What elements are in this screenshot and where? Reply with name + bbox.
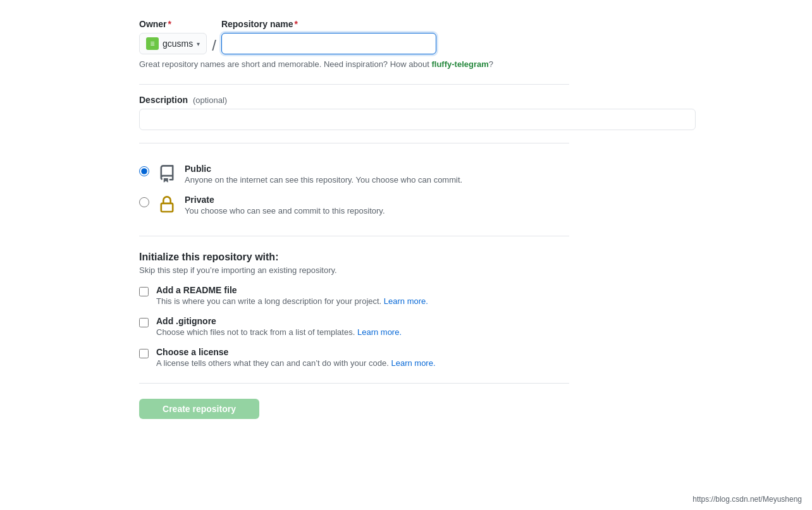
suggestion-link[interactable]: fluffy-telegram [431, 59, 488, 69]
license-desc: A license tells others what they can and… [156, 358, 436, 368]
owner-avatar: ≡ [146, 37, 159, 50]
readme-title: Add a README file [156, 285, 428, 295]
private-option[interactable]: Private You choose who can see and commi… [139, 190, 569, 221]
visibility-section: Public Anyone on the internet can see th… [139, 159, 569, 221]
chevron-down-icon: ▾ [197, 40, 200, 47]
gitignore-desc: Choose which files not to track from a l… [156, 327, 402, 337]
public-radio[interactable] [139, 166, 149, 176]
divider-3 [139, 236, 569, 236]
private-desc: You choose who can see and commit to thi… [185, 206, 385, 216]
footer-url: https://blog.csdn.net/Meyusheng [692, 495, 802, 504]
repo-name-label: Repository name* [221, 19, 436, 29]
readme-desc: This is where you can write a long descr… [156, 296, 428, 306]
private-radio[interactable] [139, 197, 149, 207]
gitignore-option: Add .gitignore Choose which files not to… [139, 316, 569, 337]
gitignore-title: Add .gitignore [156, 316, 402, 326]
owner-label: Owner* [139, 19, 207, 29]
owner-name: gcusms [163, 39, 193, 49]
initialize-title: Initialize this repository with: [139, 252, 569, 263]
gitignore-checkbox[interactable] [139, 318, 149, 327]
public-option[interactable]: Public Anyone on the internet can see th… [139, 159, 569, 190]
divider-4 [139, 383, 569, 384]
public-title: Public [185, 164, 462, 174]
private-icon [157, 195, 177, 215]
license-learn-more[interactable]: Learn more. [391, 358, 435, 368]
license-title: Choose a license [156, 347, 436, 357]
slash-divider: / [212, 38, 216, 53]
divider-1 [139, 84, 569, 85]
public-icon [157, 164, 177, 184]
initialize-section: Initialize this repository with: Skip th… [139, 252, 569, 368]
owner-dropdown[interactable]: ≡ gcusms ▾ [139, 33, 207, 54]
repo-name-input[interactable] [221, 33, 436, 54]
readme-checkbox[interactable] [139, 287, 149, 296]
inspiration-text: Great repository names are short and mem… [139, 59, 569, 69]
private-title: Private [185, 195, 385, 205]
readme-learn-more[interactable]: Learn more. [384, 296, 428, 306]
license-option: Choose a license A license tells others … [139, 347, 569, 368]
public-desc: Anyone on the internet can see this repo… [185, 175, 462, 185]
initialize-subtitle: Skip this step if you’re importing an ex… [139, 265, 569, 275]
description-input[interactable] [139, 109, 696, 130]
divider-2 [139, 143, 569, 143]
description-label: Description (optional) [139, 95, 569, 105]
license-checkbox[interactable] [139, 349, 149, 358]
create-repository-button[interactable]: Create repository [139, 399, 259, 419]
gitignore-learn-more[interactable]: Learn more. [357, 327, 402, 337]
readme-option: Add a README file This is where you can … [139, 285, 569, 306]
